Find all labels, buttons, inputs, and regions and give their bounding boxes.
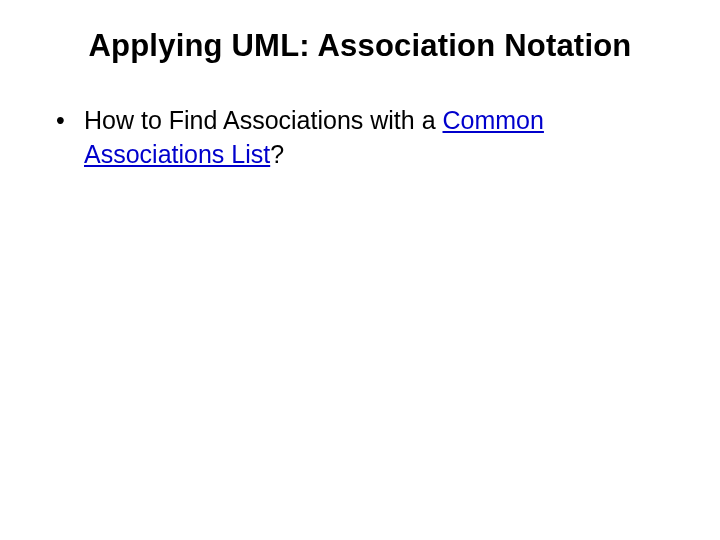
bullet-prefix: How to Find Associations with a	[84, 106, 443, 134]
bullet-suffix: ?	[270, 140, 284, 168]
slide-title: Applying UML: Association Notation	[40, 28, 680, 64]
link-text-part1[interactable]: Common	[443, 106, 544, 134]
link-text-part2[interactable]: Associations List	[84, 140, 270, 168]
bullet-item: How to Find Associations with a Common A…	[56, 104, 680, 172]
slide-container: Applying UML: Association Notation How t…	[0, 0, 720, 540]
bullet-list: How to Find Associations with a Common A…	[40, 104, 680, 172]
